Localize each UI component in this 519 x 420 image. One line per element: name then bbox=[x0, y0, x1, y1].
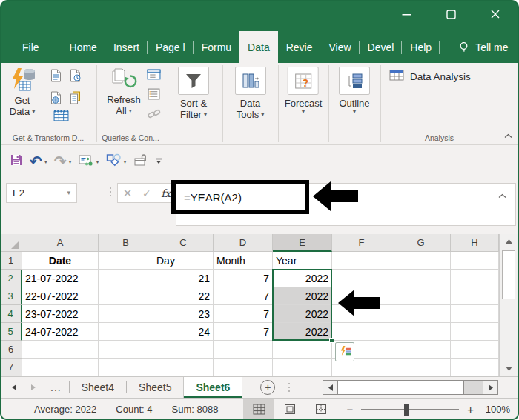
collapse-ribbon-icon[interactable] bbox=[504, 133, 512, 139]
cancel-icon[interactable]: ✕ bbox=[123, 187, 133, 200]
redo-button[interactable]: ↷▾ bbox=[54, 154, 72, 169]
sheet-tab-sheet5[interactable]: Sheet5 bbox=[127, 377, 183, 398]
fill-handle[interactable] bbox=[329, 338, 334, 343]
tab-file[interactable]: File bbox=[12, 31, 50, 63]
shapes-button[interactable]: ▾ bbox=[106, 153, 127, 170]
row-header-4[interactable]: 4 bbox=[0, 305, 22, 323]
outline-button[interactable]: Outline ▾ bbox=[339, 67, 370, 115]
row-header-7[interactable]: 7 bbox=[0, 359, 22, 376]
maximize-button[interactable] bbox=[445, 10, 457, 21]
scroll-left-icon[interactable] bbox=[323, 381, 338, 394]
edit-links-icon[interactable] bbox=[148, 108, 161, 121]
cell-G7[interactable] bbox=[391, 359, 451, 376]
tab-formu[interactable]: Formu bbox=[194, 31, 239, 63]
sheet-nav-prev[interactable] bbox=[4, 377, 24, 398]
minimize-button[interactable] bbox=[400, 10, 412, 21]
column-header-E[interactable]: E bbox=[273, 234, 332, 252]
cell-H6[interactable] bbox=[451, 341, 499, 359]
cell-D4[interactable]: 7 bbox=[214, 305, 273, 323]
cell-G1[interactable] bbox=[391, 252, 451, 270]
cell-B5[interactable] bbox=[99, 323, 153, 341]
existing-connections-icon[interactable] bbox=[69, 91, 82, 107]
queries-connections-icon[interactable] bbox=[147, 69, 161, 82]
cell-H3[interactable] bbox=[451, 287, 499, 305]
recent-sources-icon[interactable] bbox=[69, 69, 82, 84]
column-header-B[interactable]: B bbox=[99, 234, 153, 252]
cell-A2[interactable]: 21-07-2022 bbox=[22, 270, 99, 287]
view-page-layout-button[interactable] bbox=[274, 399, 305, 420]
cell-B6[interactable] bbox=[99, 341, 153, 359]
cell-B3[interactable] bbox=[99, 287, 153, 305]
row-header-1[interactable]: 1 bbox=[0, 252, 22, 270]
customize-toolbar-button[interactable] bbox=[154, 155, 163, 168]
cell-E3[interactable]: 2022 bbox=[273, 287, 332, 305]
scroll-up-icon[interactable] bbox=[500, 234, 518, 249]
cell-H2[interactable] bbox=[451, 270, 499, 287]
vertical-scrollbar[interactable] bbox=[499, 234, 518, 376]
cell-B1[interactable] bbox=[99, 252, 153, 270]
cell-H1[interactable] bbox=[451, 252, 499, 270]
sheet-nav-next[interactable] bbox=[24, 377, 43, 398]
sort-filter-button[interactable]: Sort & Filter▾ bbox=[178, 67, 209, 120]
horizontal-scroll-track[interactable] bbox=[464, 381, 483, 394]
column-header-G[interactable]: G bbox=[391, 234, 451, 252]
cell-A1[interactable]: Date bbox=[22, 252, 99, 270]
cell-C2[interactable]: 21 bbox=[153, 270, 214, 287]
scroll-right-icon[interactable] bbox=[483, 381, 497, 394]
cell-A5[interactable]: 24-07-2022 bbox=[22, 323, 99, 341]
scroll-down-icon[interactable] bbox=[500, 361, 518, 376]
cell-G2[interactable] bbox=[391, 270, 451, 287]
cell-C6[interactable] bbox=[153, 341, 214, 359]
cell-D3[interactable]: 7 bbox=[214, 287, 273, 305]
get-data-button[interactable]: Get Data▾ bbox=[1, 67, 43, 117]
tab-tell-me[interactable]: Tell me bbox=[450, 31, 516, 63]
data-tools-button[interactable]: Data Tools▾ bbox=[235, 67, 266, 120]
cell-B2[interactable] bbox=[99, 270, 153, 287]
vertical-scroll-thumb[interactable] bbox=[502, 250, 515, 299]
view-normal-button[interactable] bbox=[243, 399, 274, 420]
cell-A4[interactable]: 23-07-2022 bbox=[22, 305, 99, 323]
cell-E1[interactable]: Year bbox=[273, 252, 332, 270]
row-header-6[interactable]: 6 bbox=[0, 341, 22, 359]
cell-H7[interactable] bbox=[451, 359, 499, 376]
forecast-button[interactable]: ? Forecast ▾ bbox=[285, 67, 323, 115]
cell-D6[interactable] bbox=[214, 341, 273, 359]
view-page-break-button[interactable] bbox=[305, 399, 337, 420]
from-web-icon[interactable] bbox=[50, 91, 62, 107]
row-header-2[interactable]: 2 bbox=[0, 270, 22, 287]
tab-help[interactable]: Help bbox=[402, 31, 440, 63]
horizontal-scroll-thumb[interactable] bbox=[338, 381, 464, 394]
zoom-out-icon[interactable]: − bbox=[346, 404, 353, 415]
column-header-A[interactable]: A bbox=[22, 234, 99, 252]
cell-C5[interactable]: 24 bbox=[153, 323, 214, 341]
cell-E6[interactable] bbox=[273, 341, 332, 359]
column-header-H[interactable]: H bbox=[451, 234, 499, 252]
from-table-icon[interactable] bbox=[53, 109, 69, 124]
tab-devel[interactable]: Devel bbox=[360, 31, 403, 63]
email-contact-button[interactable]: ▾ bbox=[79, 154, 99, 170]
cell-D5[interactable]: 7 bbox=[214, 323, 273, 341]
select-all-corner[interactable] bbox=[0, 234, 22, 252]
cell-D2[interactable]: 7 bbox=[214, 270, 273, 287]
cell-D7[interactable] bbox=[214, 359, 273, 376]
properties-icon[interactable] bbox=[148, 88, 160, 102]
cell-E5[interactable]: 2022 bbox=[273, 323, 332, 341]
cell-A7[interactable] bbox=[22, 359, 99, 376]
tab-view[interactable]: View bbox=[320, 31, 359, 63]
insert-function-icon[interactable]: fx bbox=[161, 187, 171, 199]
cell-B4[interactable] bbox=[99, 305, 153, 323]
cell-F5[interactable] bbox=[332, 323, 391, 341]
cell-F1[interactable] bbox=[332, 252, 391, 270]
close-button[interactable] bbox=[489, 10, 501, 21]
column-header-F[interactable]: F bbox=[332, 234, 391, 252]
zoom-slider-handle[interactable] bbox=[404, 404, 409, 416]
cell-B7[interactable] bbox=[99, 359, 153, 376]
dropdown-icon[interactable]: ▾ bbox=[69, 159, 72, 165]
enter-icon[interactable]: ✓ bbox=[142, 187, 151, 199]
cell-C1[interactable]: Day bbox=[153, 252, 214, 270]
row-header-5[interactable]: 5 bbox=[0, 323, 22, 341]
cell-C3[interactable]: 22 bbox=[153, 287, 214, 305]
tab-insert[interactable]: Insert bbox=[105, 31, 148, 63]
dropdown-icon[interactable]: ▾ bbox=[96, 159, 99, 165]
column-header-D[interactable]: D bbox=[214, 234, 273, 252]
